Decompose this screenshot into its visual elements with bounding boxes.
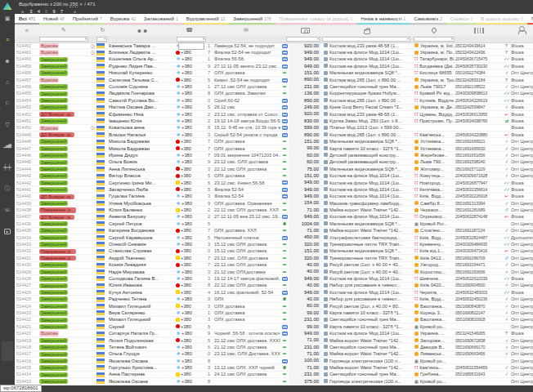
col-header-delivery location-pin-icon[interactable] — [413, 24, 455, 36]
kanban-icon[interactable]: ▣ — [5, 16, 11, 23]
customer-name: Михаил Гилецький — [109, 316, 176, 323]
col-header-status edit-icon[interactable]: ✎ — [38, 24, 89, 36]
tab-bar: Всі471Новий48Прийнятий7Відмова42Запакова… — [15, 14, 533, 25]
products-cell: Карта памяти 10 класс - 32Гб *1... — [321, 310, 413, 316]
ttn-status-icon: ✓ — [502, 303, 511, 310]
product-text: Маленькая видеокамера SQ8 *... — [329, 166, 401, 172]
info-icon[interactable]: ⓘ — [5, 185, 11, 193]
col-header-id sort-icon[interactable]: ≡ — [15, 24, 38, 36]
settings-icon[interactable]: ╪╪ — [3, 164, 11, 172]
tab-Сервіси[interactable]: Сервіси0 — [446, 14, 477, 24]
phone-filter-select[interactable]: ▾ — [177, 37, 206, 42]
phone-cell: ✻+380 — [176, 90, 203, 96]
ttn-number: 20400309484935 — [455, 241, 502, 247]
customer-name: Михаил Гилецький — [109, 303, 176, 310]
ttn-status-icon: ✓ — [502, 104, 511, 110]
col-header-count[interactable] — [203, 24, 212, 36]
delivery-carrier-icon: ▦ — [414, 358, 419, 364]
delivery-carrier-icon — [414, 229, 419, 233]
tab-Прийнятий[interactable]: Прийнятий7 — [69, 14, 106, 24]
companies-icon[interactable]: ⌂ — [6, 79, 9, 87]
tab-Відправлений[interactable]: Відправлений12 — [182, 14, 229, 24]
video-icon[interactable]: ▶ — [4, 228, 10, 235]
order-total: 890.00 — [289, 97, 321, 104]
delivery-carrier-icon — [414, 345, 419, 349]
col-header-products bag-icon[interactable] — [321, 24, 413, 36]
products-cell: Платье Мод.1013 (1шт. х 599.00... — [321, 124, 413, 131]
marketing-icon[interactable]: ⚐ — [5, 100, 10, 108]
delivery-cell: ∷Київ, Відд... — [413, 296, 455, 302]
page-size-caret-icon[interactable]: ▼ — [79, 2, 83, 7]
product-text: Майка-корсет Waist Trainer *142... — [329, 350, 402, 357]
phone-number: +380 — [181, 50, 191, 55]
product-filter-select[interactable]: ▾ — [322, 37, 410, 42]
col-header-ttn barcode-icon[interactable] — [455, 24, 502, 36]
order-comment: Сірий,60-62 — [212, 97, 280, 104]
delivery-carrier-icon: ∷ — [414, 234, 418, 241]
tab-Завершений[interactable]: Завершений278 — [229, 14, 275, 24]
ttn-status-icon: ✓✓ — [502, 90, 511, 96]
ttn-status-icon: ✓✓ — [502, 180, 511, 186]
col-header-client people-icon[interactable]: ☻☻ — [109, 24, 176, 36]
manager: Опт Центр — [511, 350, 533, 357]
tab-Повернення товару (в дорозі)[interactable]: Повернення товару (в дорозі)0 — [275, 14, 357, 24]
order-status-cell: Завершений — [38, 186, 89, 193]
delivery-cell: Київ 0412... — [413, 255, 455, 261]
ttn-status-icon: ✓ — [502, 227, 511, 234]
tab-Пов[interactable]: Пов — [527, 14, 533, 24]
delivery-carrier-icon — [414, 51, 419, 55]
order-comment: 13.12 смс ОЛХ. ХХЛ чорний — [212, 364, 280, 371]
days-count: 5 — [203, 104, 212, 110]
country-flag-icon — [96, 131, 109, 138]
app-logo[interactable] — [3, 2, 12, 10]
tab-Нема в наявності[interactable]: Нема в наявності1 — [356, 14, 410, 24]
order-id: 514413 — [15, 378, 38, 385]
order-total: 100.00 — [289, 357, 321, 363]
tab-Відмова[interactable]: Відмова42 — [106, 14, 140, 24]
product-icon — [324, 85, 328, 89]
tab-Новий[interactable]: Новий48 — [39, 14, 69, 24]
sidebar-footer-button[interactable] — [2, 341, 13, 361]
delivery-filter-select[interactable]: ▾ — [414, 37, 455, 42]
delivery-cell: ∷Опришівці... — [413, 213, 455, 220]
ttn-status-icon: ↺ — [502, 255, 511, 261]
order-id: 514428 — [15, 275, 38, 282]
tab-Самовивіз[interactable]: Самовивіз2 — [410, 14, 446, 24]
days-count: 7 — [203, 69, 212, 76]
delivery-cell: Украина, м. Киї... — [413, 42, 455, 49]
product-text: Платье Мод.1013 (1шт. х 599.00... — [329, 124, 402, 131]
payment-filter-select[interactable]: ▾ — [286, 37, 320, 42]
page-size-value[interactable]: 250 — [69, 2, 78, 7]
support-icon[interactable]: ☏ — [4, 207, 11, 214]
products-cell: Костюм на флисе Мод.1014 (1ш... — [321, 289, 413, 296]
phone-number: +380 — [181, 112, 192, 117]
tab-Всі[interactable]: Всі471 — [15, 14, 39, 24]
col-header-comment message-icon[interactable]: ✉ — [212, 24, 280, 36]
col-header-channel sync-icon[interactable]: ↻ — [96, 24, 109, 36]
phone-number: +380 — [181, 78, 191, 82]
order-status-cell: Завершений — [38, 316, 89, 323]
channel-filter-select[interactable]: ▾ — [96, 37, 107, 42]
status-filter-select[interactable]: ▾ — [39, 37, 88, 42]
col-header-phone phone-icon[interactable]: ☎ — [176, 24, 203, 36]
country-flag-icon — [96, 200, 109, 207]
stats-icon[interactable]: ▂▅▇ — [4, 143, 11, 150]
order-comment: 27.12 смс ОЛХ доставка — [212, 83, 280, 90]
manager: Фішка — [511, 77, 533, 83]
payment-method-icon — [280, 56, 289, 62]
funnel-icon[interactable]: ▽ — [5, 122, 9, 129]
products-cell: Тренировочные петли TRX Train... — [321, 255, 413, 261]
tab-В дорозі додому[interactable]: В дорозі додому0 — [477, 14, 527, 24]
status-badge: Завершений — [39, 262, 68, 267]
delivery-address: Куликів, Відділе... — [419, 97, 455, 104]
order-status-cell: Завершений — [38, 180, 89, 186]
order-status-cell: Завершений — [38, 234, 89, 241]
table-row[interactable]: 514413 Завершений Яковлева Оксана ✻+380 … — [15, 378, 533, 385]
col-header-total money-icon[interactable] — [289, 24, 321, 36]
tab-Запакований[interactable]: Запакований1 — [140, 14, 182, 24]
phone-inline-edit-box[interactable] — [178, 42, 204, 50]
product-icon — [324, 310, 328, 314]
orders-icon[interactable]: ≡ — [6, 37, 9, 44]
clients-icon[interactable]: ☻ — [4, 58, 10, 65]
col-header-manager person-icon[interactable] — [511, 24, 533, 36]
